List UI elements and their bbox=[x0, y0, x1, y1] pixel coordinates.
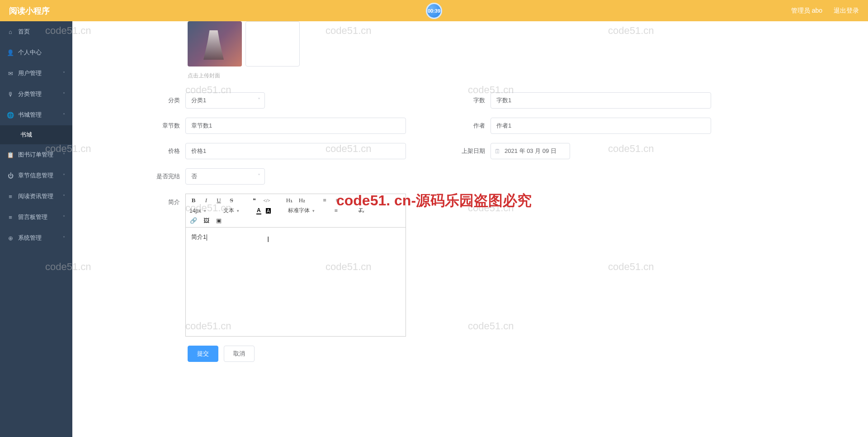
listdate-value: 2021 年 03 月 09 日 bbox=[505, 147, 557, 155]
bg-color-button[interactable]: A bbox=[266, 208, 271, 214]
clear-format-button[interactable]: T̶ₓ bbox=[357, 207, 365, 214]
finished-label: 是否完结 bbox=[72, 172, 185, 180]
list-icon: ≡ bbox=[7, 193, 14, 200]
author-input[interactable] bbox=[491, 118, 711, 134]
sidebar-subitem-bookstore[interactable]: 书城 bbox=[0, 125, 72, 144]
h2-button[interactable]: H₂ bbox=[298, 197, 306, 204]
category-label: 分类 bbox=[72, 96, 185, 104]
app-title: 阅读小程序 bbox=[9, 5, 50, 16]
editor-toolbar: B I U S ❝ </> H₁ H₂ ≡ bbox=[186, 194, 406, 228]
mail-icon: ✉ bbox=[7, 70, 14, 77]
font-family-select[interactable]: 标准字体▾ bbox=[288, 207, 315, 214]
sidebar-item-label: 图书订单管理 bbox=[18, 151, 53, 159]
link-button[interactable]: 🔗 bbox=[189, 217, 198, 224]
upload-box[interactable] bbox=[245, 21, 300, 66]
chevron-up-icon: ˄ bbox=[63, 113, 65, 118]
fontsize-select[interactable]: 14px▾ bbox=[189, 208, 206, 214]
wordcount-label: 字数 bbox=[420, 96, 491, 104]
strike-button[interactable]: S bbox=[227, 197, 236, 204]
align-button[interactable]: ≡ bbox=[332, 207, 340, 214]
sidebar: ⌂ 首页 👤 个人中心 ✉ 用户管理 ˅ 🎙 分类管理 ˅ 🌐 书城管理 ˄ bbox=[0, 21, 72, 437]
countdown-badge: 00:39 bbox=[426, 3, 442, 19]
video-button[interactable]: ▣ bbox=[215, 217, 223, 224]
sidebar-item-label: 章节信息管理 bbox=[18, 171, 53, 180]
sidebar-item-label: 首页 bbox=[18, 28, 30, 36]
chapters-label: 章节数 bbox=[72, 122, 185, 130]
power-icon: ⏻ bbox=[7, 172, 14, 179]
sidebar-item-label: 用户管理 bbox=[18, 69, 42, 77]
sidebar-item-label: 书城管理 bbox=[18, 111, 42, 119]
sidebar-item-chapters[interactable]: ⏻ 章节信息管理 ˅ bbox=[0, 165, 72, 186]
text-caret-icon: I bbox=[267, 236, 269, 244]
intro-text: 简介1 bbox=[191, 233, 206, 240]
underline-button[interactable]: U bbox=[215, 197, 223, 204]
mic-icon: 🎙 bbox=[7, 91, 14, 98]
font-color-button[interactable]: A bbox=[256, 207, 261, 214]
editor-content[interactable]: 简介1 I bbox=[186, 228, 406, 336]
unordered-list-button[interactable]: ≡ bbox=[333, 197, 341, 204]
price-input[interactable] bbox=[185, 143, 406, 159]
sidebar-item-label: 阅读资讯管理 bbox=[18, 192, 53, 200]
clipboard-icon: 📋 bbox=[7, 152, 14, 158]
chevron-down-icon: ˅ bbox=[63, 194, 65, 199]
main-content: 点击上传封面 分类 ˅ 字数 bbox=[72, 21, 868, 437]
cancel-button[interactable]: 取消 bbox=[224, 346, 255, 362]
home-icon: ⌂ bbox=[7, 28, 14, 35]
price-label: 价格 bbox=[72, 147, 185, 155]
listdate-picker[interactable]: 🗓 2021 年 03 月 09 日 bbox=[491, 143, 570, 159]
italic-button[interactable]: I bbox=[202, 197, 210, 204]
sidebar-item-guestbook[interactable]: ≡ 留言板管理 ˅ bbox=[0, 207, 72, 228]
chevron-down-icon: ˅ bbox=[63, 236, 65, 241]
chevron-down-icon: ˅ bbox=[63, 71, 65, 76]
chevron-down-icon: ˅ bbox=[63, 173, 65, 178]
author-label: 作者 bbox=[420, 122, 491, 130]
quote-button[interactable]: ❝ bbox=[250, 197, 258, 204]
admin-label[interactable]: 管理员 abo bbox=[791, 7, 822, 15]
sidebar-item-label: 留言板管理 bbox=[18, 213, 47, 221]
text-format-select[interactable]: 文本▾ bbox=[223, 207, 239, 214]
sidebar-item-bookstore[interactable]: 🌐 书城管理 ˄ bbox=[0, 104, 72, 125]
rich-editor: B I U S ❝ </> H₁ H₂ ≡ bbox=[185, 194, 406, 337]
h1-button[interactable]: H₁ bbox=[285, 197, 293, 204]
sidebar-item-label: 分类管理 bbox=[18, 90, 42, 98]
intro-label: 简介 bbox=[72, 194, 185, 206]
sidebar-item-system[interactable]: ⊕ 系统管理 ˅ bbox=[0, 228, 72, 248]
sidebar-item-label: 个人中心 bbox=[18, 48, 42, 57]
list-icon: ≡ bbox=[7, 214, 14, 221]
globe-icon: 🌐 bbox=[7, 112, 14, 119]
bold-button[interactable]: B bbox=[189, 197, 198, 204]
gear-icon: ⊕ bbox=[7, 235, 14, 242]
chevron-down-icon: ˅ bbox=[63, 215, 65, 220]
listdate-label: 上架日期 bbox=[420, 147, 491, 155]
sidebar-item-orders[interactable]: 📋 图书订单管理 ˅ bbox=[0, 144, 72, 165]
chapters-input[interactable] bbox=[185, 118, 406, 134]
cover-preview[interactable] bbox=[188, 21, 242, 66]
logout-link[interactable]: 退出登录 bbox=[834, 7, 859, 15]
sidebar-item-home[interactable]: ⌂ 首页 bbox=[0, 21, 72, 42]
category-select[interactable] bbox=[185, 92, 265, 109]
person-icon: 👤 bbox=[7, 49, 14, 56]
sidebar-item-label: 系统管理 bbox=[18, 234, 42, 242]
finished-select[interactable] bbox=[185, 168, 265, 185]
wordcount-input[interactable] bbox=[491, 92, 711, 109]
chevron-down-icon: ˅ bbox=[63, 152, 65, 157]
text-cursor bbox=[207, 234, 207, 241]
sidebar-item-news[interactable]: ≡ 阅读资讯管理 ˅ bbox=[0, 186, 72, 207]
sidebar-item-category[interactable]: 🎙 分类管理 ˅ bbox=[0, 84, 72, 104]
sidebar-item-users[interactable]: ✉ 用户管理 ˅ bbox=[0, 63, 72, 84]
sidebar-item-profile[interactable]: 👤 个人中心 bbox=[0, 42, 72, 63]
calendar-icon: 🗓 bbox=[495, 148, 500, 155]
submit-button[interactable]: 提交 bbox=[188, 346, 218, 362]
code-button[interactable]: </> bbox=[263, 198, 271, 203]
upload-hint: 点击上传封面 bbox=[188, 72, 854, 80]
ordered-list-button[interactable]: ≡ bbox=[321, 197, 329, 204]
image-button[interactable]: 🖼 bbox=[202, 217, 210, 224]
chevron-down-icon: ˅ bbox=[63, 92, 65, 97]
